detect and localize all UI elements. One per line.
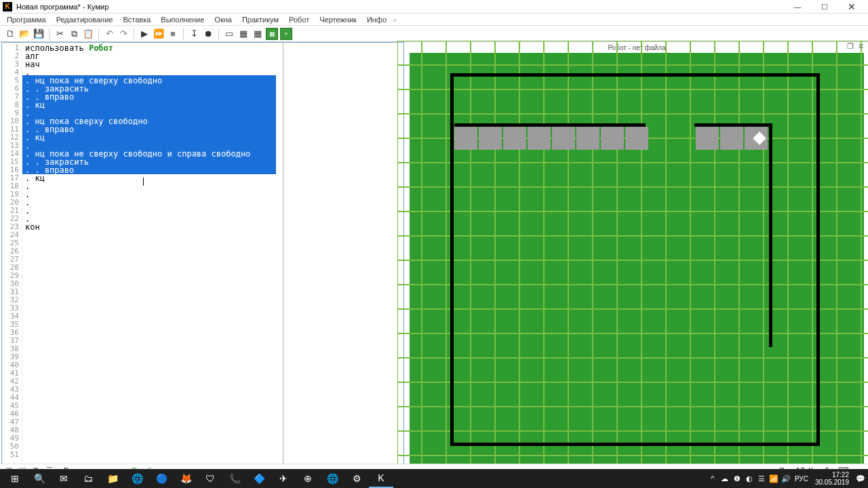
main-area: 1234567891011121314151617181920212223242… — [0, 42, 868, 469]
editor-right-pane — [283, 43, 403, 467]
minimize-button[interactable]: — — [784, 0, 811, 14]
title-bar: K Новая программа* - Кумир — ☐ ✕ — [0, 0, 868, 14]
clock-time: 17:22 — [815, 471, 849, 479]
paste-icon[interactable]: 📋 — [82, 28, 94, 40]
robot-window: Робот - нет файла ❐ ✕ — [410, 42, 864, 468]
tray-icon-0[interactable]: ^ — [708, 474, 717, 483]
toolbar-sep — [218, 28, 219, 39]
taskbar-app-3[interactable]: 🗂 — [76, 469, 100, 488]
tray-icon-4[interactable]: ☰ — [757, 474, 766, 483]
tray-icon-1[interactable]: ☁ — [720, 474, 730, 483]
menu-robot[interactable]: Робот — [285, 14, 313, 25]
menu-drafter[interactable]: Чертежник — [315, 14, 361, 25]
taskbar-app-5[interactable]: 🌐 — [125, 469, 149, 488]
line-gutter: 1234567891011121314151617181920212223242… — [2, 43, 22, 467]
robot-field[interactable] — [410, 53, 864, 468]
taskbar-app-0[interactable]: ⊞ — [3, 469, 27, 488]
menu-practicum[interactable]: Практикум — [238, 14, 283, 25]
region-icon[interactable]: ▭ — [223, 28, 235, 40]
grid2-icon[interactable]: ▦ — [252, 28, 264, 40]
taskbar-app-15[interactable]: K — [369, 469, 393, 488]
add-green-icon[interactable]: + — [280, 28, 292, 40]
menu-windows[interactable]: Окна — [210, 14, 236, 25]
grid-green-icon[interactable]: ▦ — [266, 28, 278, 40]
taskbar-app-11[interactable]: ✈ — [271, 469, 296, 488]
toolbar-sep — [98, 28, 99, 39]
run-icon[interactable]: ▶ — [138, 28, 151, 40]
code-area[interactable]: использовать Роботалгнач.. нц пока не св… — [22, 43, 283, 467]
menu-execute[interactable]: Выполнение — [157, 14, 208, 25]
taskbar-app-7[interactable]: 🦊 — [174, 469, 198, 488]
stop-icon[interactable]: ■ — [167, 28, 179, 40]
new-file-icon[interactable]: 🗋 — [4, 28, 16, 40]
taskbar-app-9[interactable]: 📞 — [222, 469, 247, 488]
taskbar-app-13[interactable]: 🌐 — [320, 469, 344, 488]
grid1-icon[interactable]: ▦ — [237, 28, 250, 40]
taskbar-app-8[interactable]: 🛡 — [198, 469, 222, 488]
cut-icon[interactable]: ✂ — [54, 28, 66, 40]
tray-icon-5[interactable]: 📶 — [769, 474, 778, 483]
taskbar-lang[interactable]: РУС — [795, 475, 808, 483]
menu-overflow-icon: » — [393, 16, 397, 24]
menu-insert[interactable]: Вставка — [119, 14, 155, 25]
text-cursor — [143, 178, 144, 186]
close-button[interactable]: ✕ — [838, 0, 865, 14]
toolbar-sep — [183, 28, 184, 39]
taskbar-app-6[interactable]: 🔵 — [149, 469, 174, 488]
run-all-icon[interactable]: ⏩ — [153, 28, 165, 40]
code-editor[interactable]: 1234567891011121314151617181920212223242… — [1, 42, 404, 468]
taskbar-app-2[interactable]: ✉ — [52, 469, 76, 488]
taskbar-app-10[interactable]: 🔷 — [247, 469, 271, 488]
menu-program[interactable]: Программа — [3, 14, 50, 25]
menu-edit[interactable]: Редактирование — [52, 14, 117, 25]
notifications-icon[interactable]: 💬 — [856, 474, 865, 483]
record-icon[interactable]: ⏺ — [202, 28, 214, 40]
clock-date: 30.05.2019 — [815, 479, 849, 486]
taskbar: ⊞🔍✉🗂📁🌐🔵🦊🛡📞🔷✈⊕🌐⚙K ^☁❶◐☰📶🔊 РУС 17:22 30.05… — [0, 469, 868, 488]
tray-icon-6[interactable]: 🔊 — [781, 474, 791, 483]
save-file-icon[interactable]: 💾 — [33, 28, 45, 40]
toolbar-sep — [134, 28, 134, 39]
maximize-button[interactable]: ☐ — [811, 0, 838, 14]
undo-icon[interactable]: ↶ — [103, 28, 115, 40]
redo-icon[interactable]: ↷ — [117, 28, 130, 40]
menu-bar: Программа Редактирование Вставка Выполне… — [0, 14, 868, 26]
toolbar-sep — [49, 28, 50, 39]
open-file-icon[interactable]: 📂 — [18, 28, 31, 40]
toolbar: 🗋 📂 💾 ✂ ⧉ 📋 ↶ ↷ ▶ ⏩ ■ ↧ ⏺ ▭ ▦ ▦ ▦ + — [0, 26, 868, 42]
window-title: Новая программа* - Кумир — [16, 3, 784, 11]
menu-info[interactable]: Инфо — [363, 14, 391, 25]
taskbar-app-1[interactable]: 🔍 — [27, 469, 52, 488]
taskbar-app-12[interactable]: ⊕ — [296, 469, 320, 488]
taskbar-app-4[interactable]: 📁 — [100, 469, 125, 488]
tray-icon-2[interactable]: ❶ — [732, 474, 742, 483]
taskbar-app-14[interactable]: ⚙ — [344, 469, 369, 488]
app-icon: K — [3, 2, 12, 12]
copy-icon[interactable]: ⧉ — [68, 28, 80, 40]
step-icon[interactable]: ↧ — [188, 28, 200, 40]
tray-icon-3[interactable]: ◐ — [745, 474, 754, 483]
taskbar-clock[interactable]: 17:22 30.05.2019 — [812, 471, 852, 486]
